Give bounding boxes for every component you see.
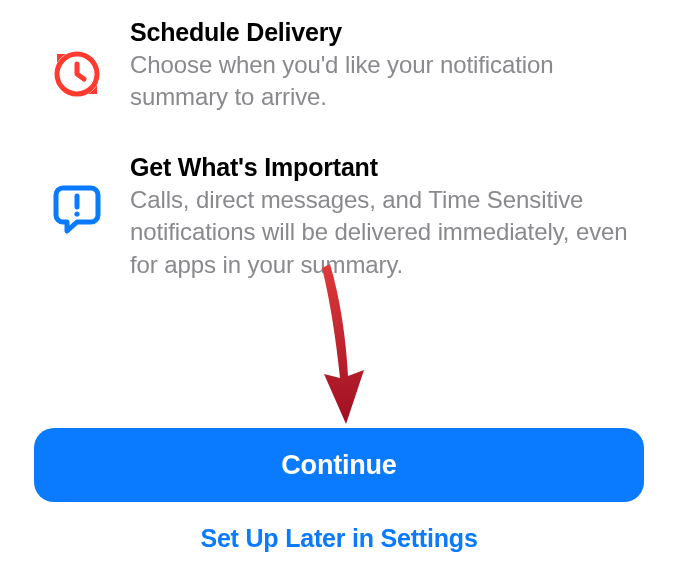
feature-title: Schedule Delivery (130, 18, 634, 47)
feature-description: Choose when you'd like your notification… (130, 49, 634, 113)
continue-button-label: Continue (281, 450, 396, 481)
action-area: Continue Set Up Later in Settings (0, 428, 680, 553)
annotation-arrow (300, 258, 380, 432)
svg-point-2 (74, 212, 79, 217)
feature-description: Calls, direct messages, and Time Sensiti… (130, 184, 634, 280)
feature-title: Get What's Important (130, 153, 634, 182)
chat-alert-icon (30, 153, 124, 235)
feature-row-schedule: Schedule Delivery Choose when you'd like… (30, 18, 650, 113)
setup-later-link[interactable]: Set Up Later in Settings (34, 524, 644, 553)
feature-list: Schedule Delivery Choose when you'd like… (0, 0, 680, 281)
clock-icon (30, 18, 124, 100)
setup-later-label: Set Up Later in Settings (200, 524, 477, 552)
feature-row-important: Get What's Important Calls, direct messa… (30, 153, 650, 280)
continue-button[interactable]: Continue (34, 428, 644, 502)
